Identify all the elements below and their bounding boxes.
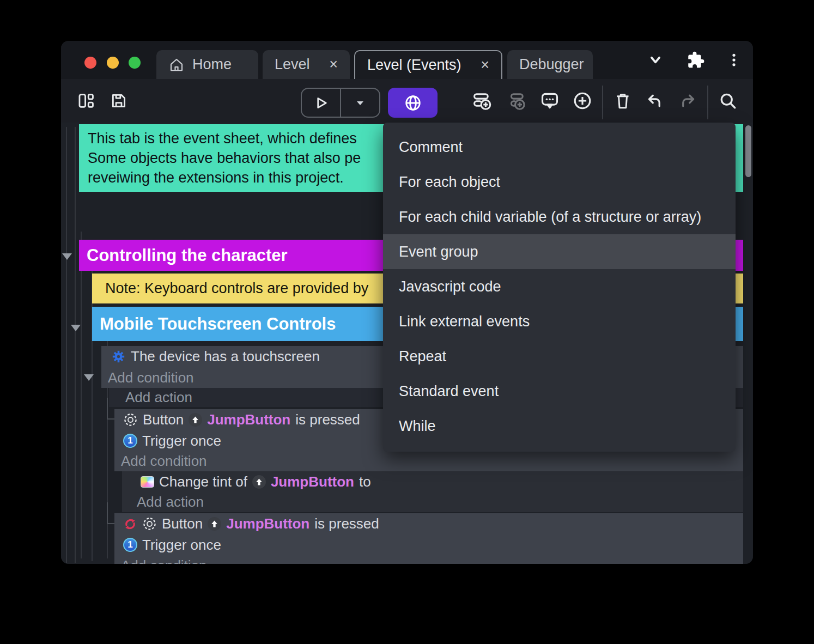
extensions-puzzle-icon[interactable] (685, 50, 705, 70)
condition-row[interactable]: Button JumpButton is pressed (114, 513, 743, 534)
overflow-menu-icon[interactable] (726, 52, 742, 68)
save-button[interactable] (105, 87, 133, 115)
divider (707, 86, 708, 119)
search-button[interactable] (714, 87, 742, 115)
action-text: Change tint of (159, 473, 247, 490)
collapse-arrow-icon[interactable] (62, 253, 72, 260)
tab-label: Level (Events) (367, 57, 461, 74)
menu-item-for-each-child-variable[interactable]: For each child variable (of a structure … (383, 199, 736, 234)
inverted-condition-icon (123, 517, 137, 531)
add-comment-button[interactable] (536, 87, 564, 115)
window-minimize-button[interactable] (107, 57, 119, 69)
menu-item-comment[interactable]: Comment (383, 130, 736, 165)
instance-name: JumpButton (271, 473, 354, 490)
redo-button[interactable] (673, 87, 702, 115)
window-close-button[interactable] (84, 57, 96, 69)
delete-button[interactable] (609, 87, 637, 115)
event-action-block[interactable]: Change tint of JumpButton to Add action (122, 471, 743, 512)
arrow-up-icon (252, 475, 266, 489)
event-sheet: This tab is the event sheet, which defin… (61, 123, 753, 564)
collapse-arrow-icon[interactable] (71, 325, 81, 331)
trigger-once-icon: 1 (123, 538, 137, 552)
menu-item-javascript-code[interactable]: Javascript code (383, 269, 736, 304)
add-condition-link[interactable]: Add condition (114, 555, 743, 564)
object-name: Button (162, 515, 203, 532)
tab-label: Debugger (519, 56, 584, 73)
home-icon (168, 57, 185, 73)
tree-connector (107, 502, 114, 524)
condition-text: The device has a touchscreen (131, 348, 320, 365)
tab-home[interactable]: Home (156, 50, 258, 79)
condition-text: is pressed (314, 515, 379, 532)
instance-name: JumpButton (226, 515, 309, 532)
divider (602, 86, 603, 119)
add-action-link[interactable]: Add action (122, 492, 743, 512)
condition-text: Trigger once (142, 537, 221, 554)
action-text: to (359, 473, 371, 490)
collapse-arrow-icon[interactable] (84, 374, 94, 381)
chevron-down-icon[interactable] (646, 51, 665, 69)
condition-text: is pressed (295, 411, 360, 428)
add-circle-button[interactable] (568, 87, 597, 115)
add-event-button[interactable] (469, 87, 497, 115)
menu-item-for-each-object[interactable]: For each object (383, 165, 736, 199)
menu-item-standard-event[interactable]: Standard event (383, 374, 736, 409)
menu-item-repeat[interactable]: Repeat (383, 339, 736, 374)
add-subevent-button[interactable] (503, 87, 532, 115)
trigger-once-icon: 1 (123, 434, 137, 448)
add-condition-link[interactable]: Add condition (114, 451, 743, 471)
tab-level-events[interactable]: Level (Events) × (354, 50, 502, 79)
indent-guide (66, 127, 67, 563)
titlebar: Home Level × Level (Events) × Debugger (61, 41, 753, 79)
undo-button[interactable] (641, 87, 669, 115)
preview-options-button[interactable] (341, 89, 379, 117)
gear-icon (111, 349, 126, 364)
button-object-icon (142, 517, 157, 531)
vertical-scrollbar-thumb[interactable] (745, 125, 751, 177)
object-name: Button (143, 411, 184, 428)
action-row[interactable]: Change tint of JumpButton to (122, 471, 743, 492)
button-object-icon (123, 412, 138, 427)
remote-preview-button[interactable] (388, 88, 438, 118)
event-condition-block[interactable]: Button JumpButton is pressed 1 Trigger o… (114, 513, 743, 564)
add-event-context-menu: Comment For each object For each child v… (383, 123, 736, 452)
menu-item-link-external-events[interactable]: Link external events (383, 304, 736, 339)
note-text: Note: Keyboard controls are provided by (105, 280, 368, 297)
instance-name: JumpButton (207, 411, 290, 428)
tab-label: Level (275, 56, 310, 73)
app-window: Home Level × Level (Events) × Debugger (61, 41, 753, 564)
preview-split-button (301, 88, 380, 118)
arrow-up-icon (189, 413, 202, 427)
tab-debugger[interactable]: Debugger (507, 50, 593, 79)
tab-label: Home (192, 56, 232, 73)
menu-item-event-group[interactable]: Event group (383, 234, 736, 269)
indent-guide (75, 127, 76, 563)
close-icon[interactable]: × (481, 58, 489, 72)
panel-layout-button[interactable] (72, 87, 100, 115)
condition-row[interactable]: 1 Trigger once (114, 534, 743, 555)
globe-icon (403, 93, 423, 113)
tab-level[interactable]: Level × (263, 50, 350, 79)
screen-background: { "titlebar": { "tabs": [ { "label": "Ho… (0, 0, 814, 644)
window-zoom-button[interactable] (129, 57, 141, 69)
indent-guide (81, 232, 82, 558)
arrow-up-icon (208, 517, 221, 531)
menu-item-while[interactable]: While (383, 409, 736, 443)
preview-play-button[interactable] (302, 89, 340, 117)
close-icon[interactable]: × (329, 57, 338, 72)
tint-color-icon (141, 476, 154, 488)
toolbar (61, 79, 753, 123)
condition-text: Trigger once (142, 433, 221, 449)
